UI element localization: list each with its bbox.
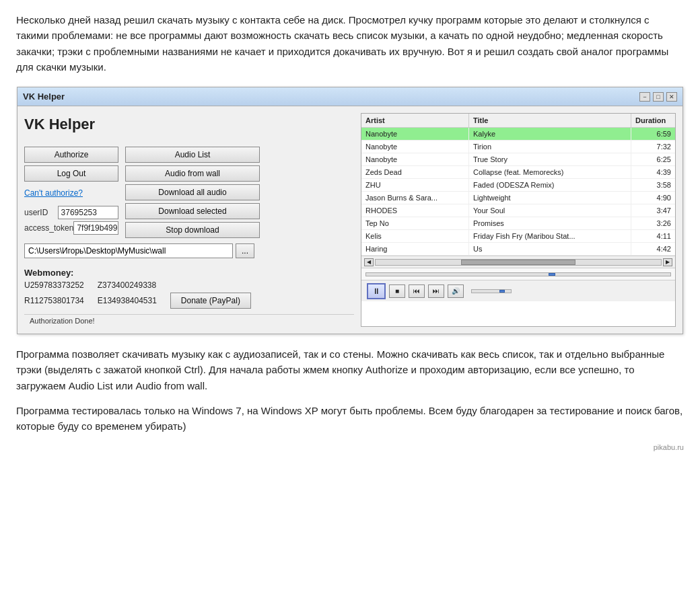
logout-button[interactable]: Log Out xyxy=(24,165,118,182)
track-title: Kalyke xyxy=(469,128,631,140)
title-bar: VK Helper − □ ✕ xyxy=(18,87,682,106)
progress-row xyxy=(361,268,675,280)
wm1-key: U259783373252 xyxy=(24,280,84,290)
track-row[interactable]: Nanobyte True Story 6:25 xyxy=(361,153,675,166)
track-row[interactable]: Tep No Promises 3:26 xyxy=(361,217,675,230)
track-artist: ZHU xyxy=(361,179,469,191)
h-scroll-thumb xyxy=(461,260,575,265)
seek-bar[interactable] xyxy=(365,272,671,276)
donate-button[interactable]: Donate (PayPal) xyxy=(170,293,251,309)
token-label: access_token xyxy=(24,223,73,233)
track-artist: Kelis xyxy=(361,230,469,242)
track-row[interactable]: Nanobyte Tirion 7:32 xyxy=(361,141,675,153)
webmoney-title: Webmoney: xyxy=(24,268,354,278)
track-artist: Nanobyte xyxy=(361,141,469,153)
h-scroll-track[interactable] xyxy=(375,259,662,266)
track-row[interactable]: Kelis Friday Fish Fry (Maribou Stat... 4… xyxy=(361,230,675,243)
right-panel: Artist Title Duration Nanobyte Kalyke 6:… xyxy=(361,113,676,327)
outro-text-2: Программа тестировалась только на Window… xyxy=(16,403,684,434)
wm1-val: Z373400249338 xyxy=(98,280,156,290)
wm-row-2: R112753801734 E134938404531 Donate (PayP… xyxy=(24,293,354,309)
scroll-right-arrow[interactable]: ▶ xyxy=(663,258,672,266)
track-duration: 4:90 xyxy=(631,192,675,204)
stop-button[interactable]: ■ xyxy=(389,284,405,298)
path-input[interactable] xyxy=(24,243,233,258)
header-duration: Duration xyxy=(631,114,675,127)
left-panel: VK Helper Authorize Log Out Can't author… xyxy=(24,113,354,327)
track-title: Tirion xyxy=(469,141,631,153)
seek-thumb xyxy=(549,273,555,276)
track-row[interactable]: Jason Burns & Sara... Lightweight 4:90 xyxy=(361,192,675,204)
maximize-button[interactable]: □ xyxy=(653,92,664,102)
volume-thumb xyxy=(499,290,505,293)
track-row[interactable]: Haring Us 4:42 xyxy=(361,243,675,256)
app-body: VK Helper Authorize Log Out Can't author… xyxy=(18,106,682,334)
browse-button[interactable]: ... xyxy=(236,243,254,258)
track-duration: 3:26 xyxy=(631,217,675,229)
close-button[interactable]: ✕ xyxy=(666,92,677,102)
fields-section: userID 37695253 access_token 7f9f19b4996… xyxy=(24,206,118,237)
scroll-left-arrow[interactable]: ◀ xyxy=(364,258,374,266)
status-bar: Authorization Done! xyxy=(24,314,354,327)
userid-label: userID xyxy=(24,208,58,217)
track-title: Promises xyxy=(469,217,631,229)
track-artist: Nanobyte xyxy=(361,153,469,165)
path-row: ... xyxy=(24,243,354,258)
track-duration: 4:39 xyxy=(631,166,675,178)
track-duration: 4:42 xyxy=(631,243,675,255)
wm2-val: E134938404531 xyxy=(98,296,157,305)
track-duration: 6:59 xyxy=(631,128,675,140)
token-row: access_token 7f9f19b4996f3e5 xyxy=(24,221,118,235)
track-duration: 4:11 xyxy=(631,230,675,242)
app-window: VK Helper − □ ✕ VK Helper Authorize Log … xyxy=(17,87,683,334)
cant-authorize-link[interactable]: Can't authorize? xyxy=(24,188,118,198)
title-bar-controls: − □ ✕ xyxy=(639,92,677,102)
volume-bar[interactable] xyxy=(471,289,512,293)
next-button[interactable]: ⏭ xyxy=(428,284,444,298)
userid-value: 37695253 xyxy=(58,206,118,219)
token-value: 7f9f19b4996f3e5 xyxy=(73,221,118,235)
prev-button[interactable]: ⏮ xyxy=(409,284,425,298)
outro-text-1: Программа позволяет скачивать музыку как… xyxy=(16,346,684,393)
header-title: Title xyxy=(469,114,631,127)
wm2-key: R112753801734 xyxy=(24,296,84,305)
track-list-header: Artist Title Duration xyxy=(361,114,675,128)
player-controls: ⏸ ■ ⏮ ⏭ 🔊 xyxy=(361,280,675,301)
track-row[interactable]: ZHU Faded (ODESZA Remix) 3:58 xyxy=(361,179,675,192)
left-buttons-group: Authorize Log Out Can't authorize? userI… xyxy=(24,147,118,237)
track-title: Friday Fish Fry (Maribou Stat... xyxy=(469,230,631,242)
track-row[interactable]: Nanobyte Kalyke 6:59 xyxy=(361,128,675,141)
header-artist: Artist xyxy=(361,114,469,127)
track-artist: Jason Burns & Sara... xyxy=(361,192,469,204)
userid-row: userID 37695253 xyxy=(24,206,118,219)
track-duration: 3:58 xyxy=(631,179,675,191)
track-row[interactable]: Zeds Dead Collapse (feat. Memorecks) 4:3… xyxy=(361,166,675,179)
speaker-icon: 🔊 xyxy=(448,284,464,298)
track-artist: Haring xyxy=(361,243,469,255)
track-title: Lightweight xyxy=(469,192,631,204)
track-title: Your Soul xyxy=(469,204,631,217)
track-row[interactable]: RHODES Your Soul 3:47 xyxy=(361,204,675,217)
track-title: Collapse (feat. Memorecks) xyxy=(469,166,631,178)
app-title: VK Helper xyxy=(24,113,354,136)
play-pause-button[interactable]: ⏸ xyxy=(367,283,386,299)
download-selected-button[interactable]: Download selected xyxy=(125,203,260,219)
wm-row-1: U259783373252 Z373400249338 xyxy=(24,280,354,290)
track-artist: RHODES xyxy=(361,204,469,217)
audio-from-wall-button[interactable]: Audio from wall xyxy=(125,165,260,182)
stop-download-button[interactable]: Stop download xyxy=(125,222,260,238)
track-title: Us xyxy=(469,243,631,255)
track-artist: Tep No xyxy=(361,217,469,229)
audio-list-button[interactable]: Audio List xyxy=(125,147,260,163)
track-artist: Zeds Dead xyxy=(361,166,469,178)
track-artist: Nanobyte xyxy=(361,128,469,140)
track-duration: 3:47 xyxy=(631,204,675,217)
window-title: VK Helper xyxy=(23,91,65,102)
authorize-button[interactable]: Authorize xyxy=(24,147,118,163)
download-all-button[interactable]: Download all audio xyxy=(125,184,260,200)
track-rows[interactable]: Nanobyte Kalyke 6:59 Nanobyte Tirion 7:3… xyxy=(361,128,675,256)
minimize-button[interactable]: − xyxy=(639,92,650,102)
track-title: Faded (ODESZA Remix) xyxy=(469,179,631,191)
buttons-and-fields: Authorize Log Out Can't authorize? userI… xyxy=(24,147,354,238)
wm2-pair: R112753801734 E134938404531 xyxy=(24,296,157,305)
